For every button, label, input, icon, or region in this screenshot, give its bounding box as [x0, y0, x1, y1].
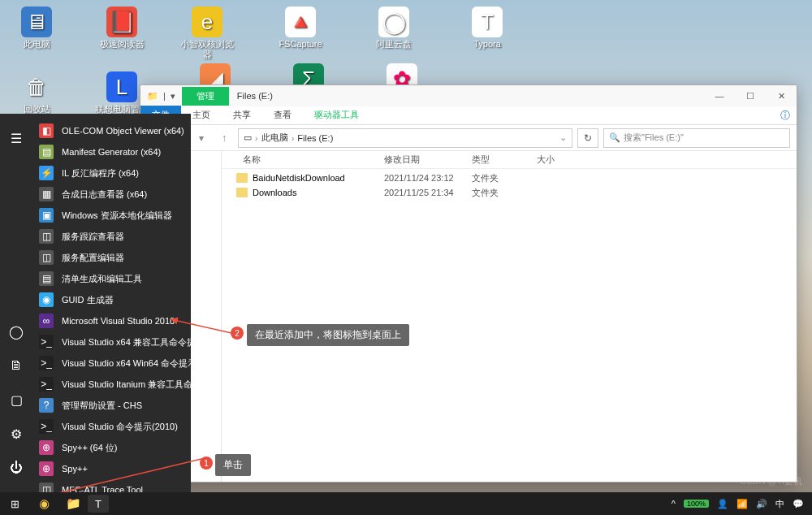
- column-headers: 名称 修改日期 类型 大小: [222, 151, 797, 169]
- start-menu-item[interactable]: ?管理帮助设置 - CHS: [32, 395, 191, 416]
- tab-view[interactable]: 查看: [262, 106, 303, 124]
- file-name: BaiduNetdiskDownload: [253, 173, 345, 183]
- app-icon: ∞: [39, 314, 54, 328]
- start-menu-item[interactable]: ▦合成日志查看器 (x64): [32, 184, 191, 205]
- search-input[interactable]: 🔍 搜索"Files (E:)": [603, 128, 790, 148]
- file-row[interactable]: Downloads2021/11/25 21:34文件夹: [222, 185, 797, 200]
- address-bar-row: ← → ▾ ↑ ▭ › 此电脑 › Files (E:) ⌄ ↻ 🔍 搜索"Fi…: [140, 125, 797, 151]
- menu-icon[interactable]: ☰: [0, 123, 32, 153]
- col-date[interactable]: 修改日期: [378, 154, 465, 166]
- app-label: Manifest Generator (x64): [62, 147, 161, 157]
- taskbar-typora-icon[interactable]: T: [88, 495, 109, 513]
- col-type[interactable]: 类型: [465, 154, 530, 166]
- col-size[interactable]: 大小: [530, 154, 579, 166]
- nav-dropdown-icon[interactable]: ▾: [192, 129, 210, 147]
- start-menu-item[interactable]: ⊕Spy++: [32, 458, 191, 479]
- taskbar-chrome-icon[interactable]: ◉: [29, 492, 58, 515]
- start-menu-item[interactable]: ⚡IL 反汇编程序 (x64): [32, 162, 191, 184]
- pictures-icon[interactable]: ▢: [0, 385, 32, 414]
- refresh-button[interactable]: ↻: [577, 128, 598, 148]
- icon-label: FSCapture: [272, 39, 329, 50]
- app-label: MFC-ATL Trace Tool: [62, 485, 143, 492]
- start-app-list[interactable]: ◧OLE-COM Object Viewer (x64)▤Manifest Ge…: [32, 114, 191, 492]
- start-menu-item[interactable]: ◉GUID 生成器: [32, 289, 191, 310]
- tray-notification-icon[interactable]: 💬: [793, 499, 804, 509]
- desktop-icon[interactable]: 🗑回收站: [8, 71, 65, 115]
- user-icon[interactable]: ◯: [0, 317, 32, 346]
- annotation-badge-1: 1: [200, 457, 213, 470]
- app-label: Spy++: [62, 464, 88, 474]
- start-menu-item[interactable]: ◧OLE-COM Object Viewer (x64): [32, 120, 191, 141]
- desktop-icon[interactable]: TTypora: [459, 6, 516, 50]
- app-icon: >_: [39, 377, 54, 392]
- drive-icon: ▭: [244, 132, 252, 143]
- close-button[interactable]: ✕: [766, 85, 797, 106]
- tray-chevron-icon[interactable]: ^: [672, 499, 676, 509]
- settings-icon[interactable]: ⚙: [0, 419, 32, 448]
- icon-label: 阿里云盘: [365, 39, 422, 50]
- chevron-down-icon[interactable]: ⌄: [559, 132, 567, 143]
- battery-indicator[interactable]: 100%: [684, 500, 709, 508]
- tray-ime-icon[interactable]: 中: [775, 498, 784, 510]
- annotation-tooltip-1: 单击: [215, 454, 251, 476]
- window-title: Files (E:): [229, 91, 273, 101]
- tray-network-icon[interactable]: 📶: [736, 499, 748, 509]
- taskbar-explorer-icon[interactable]: 📁: [58, 492, 88, 515]
- desktop-icon[interactable]: ◯阿里云盘: [365, 6, 422, 50]
- minimize-button[interactable]: —: [704, 85, 735, 106]
- desktop-icon[interactable]: 🔺FSCapture: [272, 6, 329, 50]
- file-type: 文件夹: [465, 187, 530, 199]
- ribbon-tabs: 文件 主页 共享 查看 驱动器工具 ⓘ: [140, 106, 797, 125]
- breadcrumb-current[interactable]: Files (E:): [297, 133, 333, 143]
- start-menu-item[interactable]: >_Visual Studio x64 Win64 命令提示(...: [32, 353, 191, 374]
- app-label: Windows 资源本地化编辑器: [62, 210, 172, 222]
- app-icon: ◫: [39, 229, 54, 244]
- system-tray[interactable]: ^ 100% 👤 📶 🔊 中 💬: [663, 498, 812, 510]
- tab-drive-tools[interactable]: 驱动器工具: [303, 106, 370, 124]
- start-menu-item[interactable]: ◫MFC-ATL Trace Tool: [32, 479, 191, 492]
- app-label: 管理帮助设置 - CHS: [62, 400, 142, 412]
- ribbon-context-tab[interactable]: 管理: [182, 87, 229, 106]
- breadcrumb-sep: ›: [255, 133, 258, 143]
- tab-share[interactable]: 共享: [222, 106, 262, 124]
- maximize-button[interactable]: ☐: [735, 85, 766, 106]
- col-name[interactable]: 名称: [236, 154, 378, 166]
- start-menu-item[interactable]: >_Visual Studio Itanium 兼容工具命令...: [32, 374, 191, 395]
- start-menu-item[interactable]: ▤清单生成和编辑工具: [32, 268, 191, 289]
- app-icon: ▣: [39, 208, 54, 223]
- tray-volume-icon[interactable]: 🔊: [756, 499, 767, 509]
- start-menu-item[interactable]: ◫服务配置编辑器: [32, 247, 191, 268]
- start-rail: ☰ ◯ 🗎 ▢ ⚙ ⏻: [0, 114, 32, 492]
- start-menu-item[interactable]: >_Visual Studio 命令提示(2010): [32, 416, 191, 437]
- desktop-icon[interactable]: 📕极速阅读器: [93, 6, 150, 50]
- tray-people-icon[interactable]: 👤: [717, 499, 728, 509]
- documents-icon[interactable]: 🗎: [0, 351, 32, 380]
- app-icon: 🔺: [285, 6, 316, 37]
- start-button[interactable]: ⊞: [0, 492, 29, 515]
- app-label: 服务配置编辑器: [62, 252, 124, 264]
- start-menu-item[interactable]: ▤Manifest Generator (x64): [32, 141, 191, 162]
- app-icon: e: [192, 6, 222, 37]
- app-icon: 🗑: [21, 71, 52, 102]
- file-explorer-window: 📁 | ▾ 管理 Files (E:) — ☐ ✕ 文件 主页 共享 查看 驱动…: [140, 84, 797, 483]
- power-icon[interactable]: ⏻: [0, 453, 32, 483]
- app-icon: ▤: [39, 271, 54, 286]
- start-menu-item[interactable]: ▣Windows 资源本地化编辑器: [32, 205, 191, 226]
- app-icon: >_: [39, 419, 54, 434]
- icon-label: 极速阅读器: [93, 39, 150, 50]
- start-menu-item[interactable]: ⊕Spy++ (64 位): [32, 437, 191, 458]
- help-icon[interactable]: ⓘ: [774, 107, 797, 124]
- desktop-icon[interactable]: e小智双核浏览器: [179, 6, 235, 60]
- breadcrumb-root[interactable]: 此电脑: [261, 132, 288, 144]
- qat-dropdown-icon[interactable]: ▾: [171, 91, 175, 102]
- start-menu-item[interactable]: ∞Microsoft Visual Studio 2010: [32, 310, 191, 331]
- app-icon: ▤: [39, 145, 54, 159]
- address-bar[interactable]: ▭ › 此电脑 › Files (E:) ⌄: [238, 128, 572, 148]
- file-row[interactable]: BaiduNetdiskDownload2021/11/24 23:12文件夹: [222, 171, 797, 185]
- nav-up-button[interactable]: ↑: [215, 129, 233, 147]
- start-menu-item[interactable]: >_Visual Studio x64 兼容工具命令提示...: [32, 331, 191, 353]
- app-label: Visual Studio Itanium 兼容工具命令...: [62, 379, 191, 391]
- file-type: 文件夹: [465, 172, 530, 184]
- desktop-icon[interactable]: 🖥此电脑: [8, 6, 65, 50]
- start-menu-item[interactable]: ◫服务跟踪查看器: [32, 226, 191, 247]
